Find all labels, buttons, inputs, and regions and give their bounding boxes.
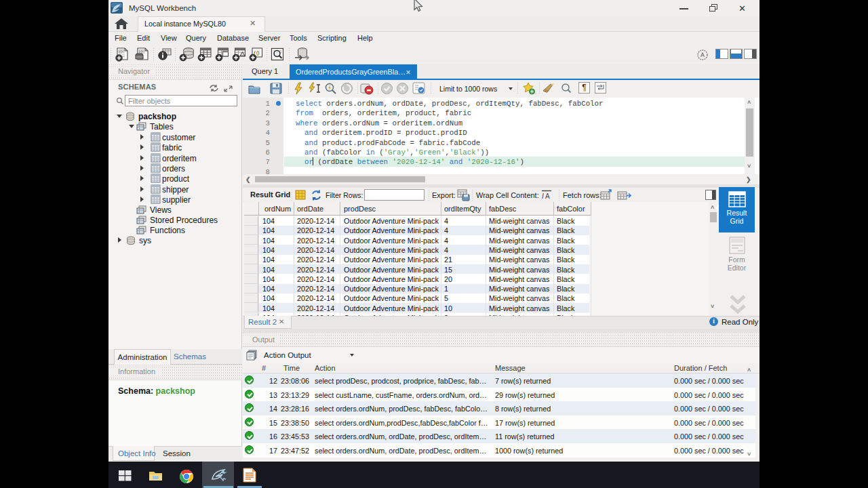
svg-text:I: I (542, 192, 544, 200)
svg-text:A: A (545, 192, 550, 200)
svg-text:SQL: SQL (140, 50, 146, 54)
svg-text:(): () (256, 50, 259, 56)
svg-text:SQL: SQL (119, 50, 126, 54)
